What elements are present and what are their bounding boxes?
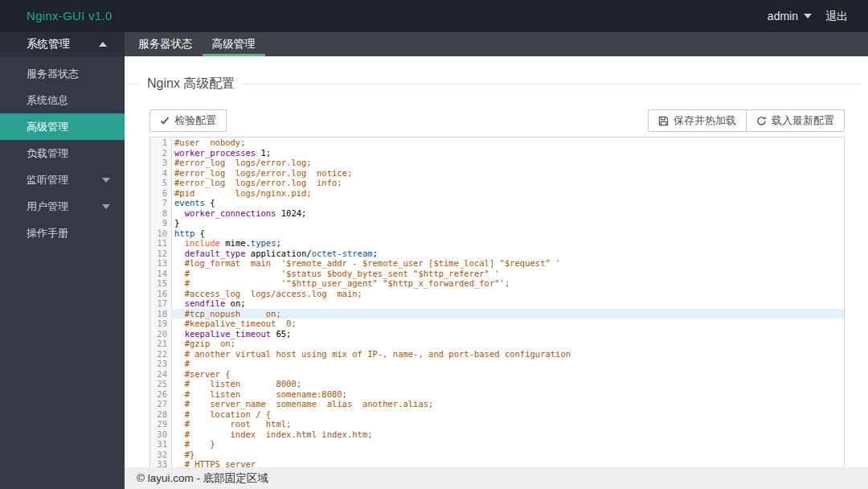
code-text: #error_log logs/error.log notice; [171,168,844,179]
line-number: 3 [150,158,171,168]
code-line[interactable]: 23 # [150,359,844,369]
toolbar-left: 检验配置 [149,109,227,132]
code-text: # [171,359,844,369]
code-text: #user nobody; [171,138,844,148]
line-number: 18 [150,309,171,319]
code-text: # another virtual host using mix of IP-,… [171,349,844,360]
sidebar-item[interactable]: 系统信息 [0,87,125,113]
code-text: #server { [171,369,844,380]
tab-active[interactable]: 高级管理 [203,32,265,56]
title-divider-right [243,84,862,84]
line-number: 20 [150,329,171,339]
code-line[interactable]: 1#user nobody; [150,138,844,148]
sidebar-item[interactable]: 高级管理 [0,113,125,140]
code-line[interactable]: 24 #server { [150,369,844,380]
code-line[interactable]: 18 #tcp_nopush on; [150,309,844,319]
chevron-down-icon [102,178,110,183]
code-line[interactable]: 10http { [150,228,844,239]
logout-link[interactable]: 退出 [825,0,848,32]
line-number: 21 [150,339,171,349]
check-config-button[interactable]: 检验配置 [149,109,227,132]
user-menu[interactable]: admin [768,0,812,32]
sidebar-group-label: 系统管理 [27,38,70,50]
code-line[interactable]: 27 # server_name somename alias another.… [150,399,844,409]
line-number: 28 [150,409,171,420]
code-line[interactable]: 19 #keepalive_timeout 0; [150,318,844,329]
code-editor[interactable]: 1#user nobody;2worker_processes 1;3#erro… [149,137,845,489]
code-text: # server_name somename alias another.ali… [171,399,844,409]
sidebar-item[interactable]: 操作手册 [0,220,125,246]
line-number: 14 [150,269,171,279]
check-icon [160,116,170,125]
code-line[interactable]: 12 default_type application/octet-stream… [150,249,844,259]
code-line[interactable]: 11 include mime.types; [150,238,844,249]
code-text: #error_log logs/error.log info; [171,178,844,188]
code-line[interactable]: 17 sendfile on; [150,298,844,309]
sidebar-group-system[interactable]: 系统管理 [0,32,125,56]
code-line[interactable]: 9} [150,218,844,228]
top-bar: Nginx-GUI v1.0 admin 退出 [0,0,868,32]
code-text: #pid logs/nginx.pid; [171,188,844,199]
main-content: Nginx 高级配置 检验配置 保存并热加载 [125,56,868,489]
save-icon [658,116,669,126]
sidebar-item[interactable]: 用户管理 [0,193,125,220]
line-number: 15 [150,278,171,289]
code-line[interactable]: 7events { [150,198,844,208]
code-text: # root html; [171,419,844,429]
sidebar-item-label: 用户管理 [27,200,68,212]
code-line[interactable]: 13 #log_format main '$remote_addr - $rem… [150,258,844,269]
code-text: # } [171,439,844,450]
line-number: 11 [150,238,171,249]
line-number: 7 [150,198,171,208]
tab-item[interactable]: 服务器状态 [129,32,203,56]
code-line[interactable]: 16 #access_log logs/access.log main; [150,289,844,299]
line-number: 1 [150,138,171,148]
line-number: 2 [150,148,171,158]
line-number: 5 [150,178,171,188]
line-number: 8 [150,208,171,219]
code-line[interactable]: 25 # listen 8000; [150,379,844,389]
save-reload-button[interactable]: 保存并热加载 [648,109,747,132]
code-line[interactable]: 29 # root html; [150,419,844,429]
line-number: 9 [150,218,171,228]
code-line[interactable]: 5#error_log logs/error.log info; [150,178,844,188]
code-text: # listen 8000; [171,379,844,389]
code-text: # '"$http_user_agent" "$http_x_forwarded… [171,278,844,289]
line-number: 32 [150,450,171,460]
code-text: worker_connections 1024; [171,208,844,219]
code-text: } [171,218,844,228]
code-line[interactable]: 4#error_log logs/error.log notice; [150,168,844,179]
code-line[interactable]: 20 keepalive_timeout 65; [150,329,844,339]
sidebar-item[interactable]: 监听管理 [0,166,125,193]
sidebar-item[interactable]: 服务器状态 [0,60,125,87]
sidebar-item-label: 负载管理 [27,147,68,159]
sidebar-item[interactable]: 负载管理 [0,140,125,166]
sidebar-item-label: 操作手册 [27,227,68,239]
code-line[interactable]: 3#error_log logs/error.log; [150,158,844,168]
code-line[interactable]: 30 # index index.html index.htm; [150,429,844,440]
toolbar-right: 保存并热加载 载入最新配置 [648,109,845,132]
code-line[interactable]: 31 # } [150,439,844,450]
line-number: 19 [150,318,171,329]
code-line[interactable]: 15 # '"$http_user_agent" "$http_x_forwar… [150,278,844,289]
code-text: #log_format main '$remote_addr - $remote… [171,258,844,269]
code-line[interactable]: 21 #gzip on; [150,339,844,349]
line-number: 10 [150,228,171,239]
footer: © layui.com - 底部固定区域 [125,467,868,489]
code-text: #gzip on; [171,339,844,349]
code-text: keepalive_timeout 65; [171,329,844,339]
code-line[interactable]: 32 #} [150,450,844,460]
line-number: 23 [150,359,171,369]
code-line[interactable]: 26 # listen somename:8080; [150,389,844,400]
code-text: #} [171,450,844,460]
side-nav: 系统管理 服务器状态系统信息高级管理负载管理监听管理用户管理操作手册 [0,32,125,489]
load-latest-button[interactable]: 载入最新配置 [746,109,845,132]
code-line[interactable]: 8 worker_connections 1024; [150,208,844,219]
code-line[interactable]: 2worker_processes 1; [150,148,844,158]
sidebar-item-label: 高级管理 [27,121,68,133]
code-line[interactable]: 28 # location / { [150,409,844,420]
code-line[interactable]: 6#pid logs/nginx.pid; [150,188,844,199]
sidebar-item-label: 监听管理 [27,174,68,186]
code-line[interactable]: 22 # another virtual host using mix of I… [150,349,844,360]
code-line[interactable]: 14 # '$status $body_bytes_sent "$http_re… [150,269,844,279]
